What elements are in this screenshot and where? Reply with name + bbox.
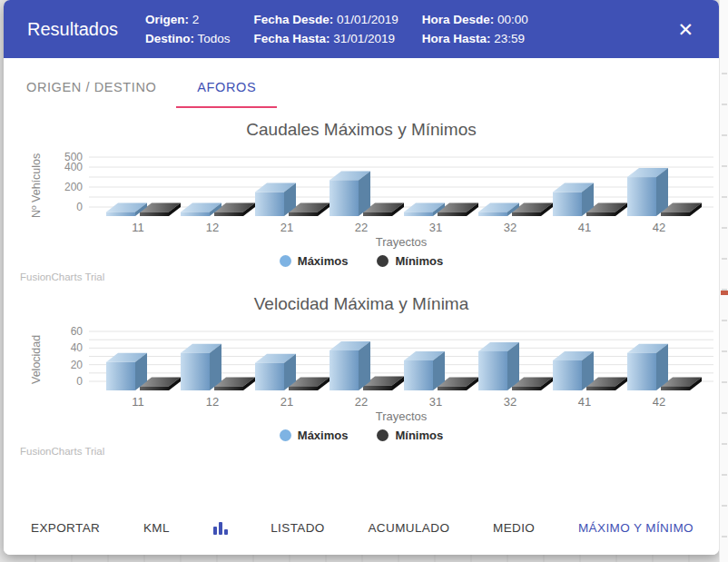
origen-value: 2 <box>192 13 200 26</box>
svg-text:0: 0 <box>76 375 83 388</box>
chart-caudales-legend: Máximos Mínimos <box>4 254 719 268</box>
svg-text:22: 22 <box>355 221 368 234</box>
chart-velocidad-section: Velocidad Máxima y Mínima Velocidad 0204… <box>4 294 719 457</box>
legend-item-maximos[interactable]: Máximos <box>280 254 349 268</box>
svg-text:32: 32 <box>504 221 516 234</box>
chart-caudales-plot: Nº Vehículos 02004005001112212231324142T… <box>27 142 719 249</box>
bottom-toolbar: EXPORTAR KML LISTADO ACUMULADO MEDIO MÁX… <box>4 506 719 555</box>
svg-text:500: 500 <box>64 151 83 163</box>
chart-velocidad-plot: Velocidad 02040601112212231324142Trayect… <box>27 316 719 423</box>
chart-caudales-ylabel: Nº Vehículos <box>29 143 44 227</box>
legend-label: Máximos <box>298 254 349 268</box>
tab-bar: ORIGEN / DESTINO AFOROS <box>4 58 719 108</box>
svg-text:Trayectos: Trayectos <box>376 235 428 249</box>
svg-text:31: 31 <box>429 395 442 409</box>
svg-text:60: 60 <box>71 325 84 338</box>
svg-text:42: 42 <box>653 395 665 409</box>
chart-caudales-canvas[interactable]: 02004005001112212231324142Trayectos <box>44 142 717 249</box>
acumulado-button[interactable]: ACUMULADO <box>368 521 449 535</box>
svg-text:21: 21 <box>280 395 293 409</box>
chart-caudales-title: Caudales Máximos y Mínimos <box>4 120 719 140</box>
hora-desde-label: Hora Desde: <box>422 13 495 26</box>
svg-text:41: 41 <box>578 221 591 234</box>
meta-fechas: Fecha Desde: 01/01/2019 Fecha Hasta: 31/… <box>254 10 398 48</box>
fusioncharts-watermark: FusionCharts Trial <box>20 271 719 282</box>
svg-text:21: 21 <box>280 221 293 234</box>
legend-label: Mínimos <box>395 254 443 268</box>
svg-text:42: 42 <box>653 221 665 234</box>
svg-text:20: 20 <box>71 359 84 371</box>
svg-text:41: 41 <box>578 395 591 409</box>
kml-button[interactable]: KML <box>143 521 170 535</box>
svg-text:22: 22 <box>355 395 368 409</box>
svg-text:Trayectos: Trayectos <box>376 409 428 423</box>
bar-chart-icon-bar <box>213 527 217 535</box>
minimos-swatch-icon <box>377 429 389 441</box>
header-meta: Origen: 2 Destino: Todos Fecha Desde: 01… <box>145 10 528 48</box>
legend-item-maximos[interactable]: Máximos <box>280 429 349 442</box>
fecha-desde-value: 01/01/2019 <box>337 13 398 26</box>
fusioncharts-watermark: FusionCharts Trial <box>20 446 719 457</box>
meta-origen-destino: Origen: 2 Destino: Todos <box>145 10 231 48</box>
destino-value: Todos <box>198 32 231 45</box>
resultados-dialog: Resultados Origen: 2 Destino: Todos Fech… <box>4 0 719 555</box>
chart-caudales-section: Caudales Máximos y Mínimos Nº Vehículos … <box>4 120 719 282</box>
tab-origen-destino[interactable]: ORIGEN / DESTINO <box>26 74 156 108</box>
legend-label: Máximos <box>298 429 349 442</box>
chart-velocidad-ylabel: Velocidad <box>29 318 44 401</box>
medio-button[interactable]: MEDIO <box>493 521 535 535</box>
chart-velocidad-title: Velocidad Máxima y Mínima <box>4 294 719 314</box>
page-scrollbar[interactable] <box>719 0 728 562</box>
scrollbar-marker <box>721 291 728 295</box>
maximo-y-minimo-button[interactable]: MÁXIMO Y MÍNIMO <box>578 521 694 535</box>
svg-text:200: 200 <box>64 181 83 193</box>
origen-label: Origen: <box>145 13 189 26</box>
bar-chart-icon[interactable] <box>213 521 228 535</box>
dialog-title: Resultados <box>27 19 145 40</box>
svg-text:11: 11 <box>132 395 144 409</box>
svg-text:12: 12 <box>206 221 219 234</box>
legend-item-minimos[interactable]: Mínimos <box>377 429 443 442</box>
svg-text:11: 11 <box>132 221 144 234</box>
minimos-swatch-icon <box>377 255 389 267</box>
svg-text:32: 32 <box>504 395 516 409</box>
exportar-button[interactable]: EXPORTAR <box>31 521 100 535</box>
bar-chart-icon-bar <box>224 529 228 535</box>
bar-chart-icon-bar <box>219 522 222 535</box>
legend-item-minimos[interactable]: Mínimos <box>377 254 443 268</box>
fecha-desde-label: Fecha Desde: <box>254 13 334 26</box>
maximos-swatch-icon <box>280 429 291 441</box>
chart-velocidad-legend: Máximos Mínimos <box>4 429 719 442</box>
svg-text:31: 31 <box>429 221 442 234</box>
fecha-hasta-label: Fecha Hasta: <box>254 32 330 45</box>
svg-text:12: 12 <box>206 395 219 409</box>
tab-aforos[interactable]: AFOROS <box>176 74 277 108</box>
dialog-header: Resultados Origen: 2 Destino: Todos Fech… <box>4 0 719 58</box>
maximos-swatch-icon <box>280 255 291 267</box>
legend-label: Mínimos <box>395 429 443 442</box>
svg-text:40: 40 <box>71 341 84 354</box>
listado-button[interactable]: LISTADO <box>271 521 325 535</box>
destino-label: Destino: <box>145 32 194 45</box>
hora-hasta-label: Hora Hasta: <box>422 32 491 45</box>
hora-hasta-value: 23:59 <box>494 32 525 45</box>
fecha-hasta-value: 31/01/2019 <box>333 32 395 45</box>
close-icon[interactable]: ✕ <box>672 16 699 43</box>
hora-desde-value: 00:00 <box>497 13 528 26</box>
chart-velocidad-canvas[interactable]: 02040601112212231324142Trayectos <box>44 316 717 423</box>
meta-horas: Hora Desde: 00:00 Hora Hasta: 23:59 <box>422 10 528 48</box>
svg-text:0: 0 <box>76 201 83 213</box>
